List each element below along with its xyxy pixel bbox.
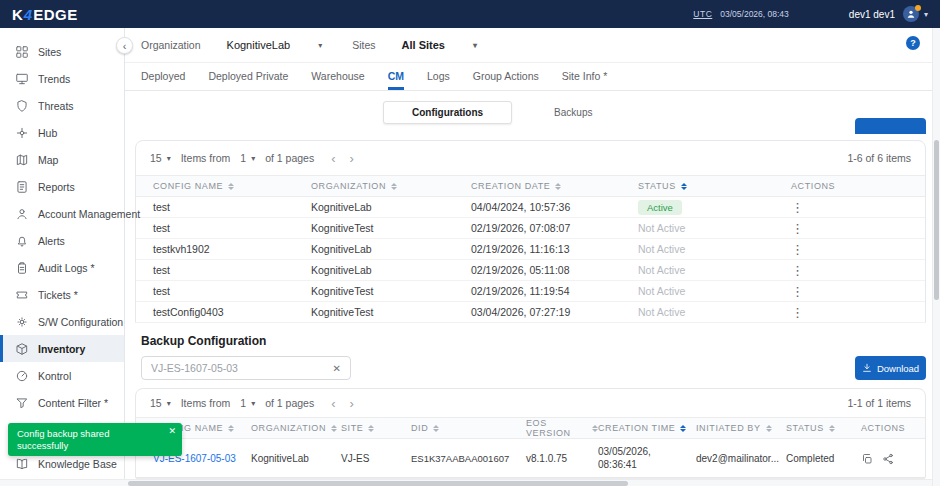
page-value: 1 <box>240 152 246 164</box>
logo-edge: EDGE <box>33 6 78 23</box>
sidebar-label: Threats <box>38 100 74 112</box>
cell-actions: ⋮ <box>791 263 925 278</box>
cell-creation-date: 02/19/2026, 05:11:08 <box>471 264 638 276</box>
main-content: ‹ Organization KognitiveLab ▾ Sites All … <box>125 28 932 486</box>
user-avatar[interactable] <box>903 6 919 22</box>
kebab-menu-icon[interactable]: ⋮ <box>791 221 804 236</box>
copy-icon[interactable] <box>861 453 873 465</box>
sidebar-item-content-filter[interactable]: Content Filter * <box>0 389 124 416</box>
backup-search-input[interactable] <box>151 362 327 374</box>
sites-select[interactable]: All Sites ▾ <box>402 39 477 51</box>
sidebar-item-trends[interactable]: Trends <box>0 65 124 92</box>
table-row[interactable]: test KognitiveTest 02/19/2026, 07:08:07 … <box>136 218 925 239</box>
sort-icon <box>433 425 439 432</box>
sidebar-label: Knowledge Base <box>38 458 117 470</box>
sidebar-item-threats[interactable]: Threats <box>0 92 124 119</box>
kebab-menu-icon[interactable]: ⋮ <box>791 200 804 215</box>
next-page-icon[interactable]: › <box>350 396 354 411</box>
kebab-menu-icon[interactable]: ⋮ <box>791 284 804 299</box>
utc-label[interactable]: UTC <box>693 9 712 19</box>
column-header-creation-date[interactable]: CREATION DATE <box>471 181 638 191</box>
cell-creation-date: 04/04/2024, 10:57:36 <box>471 201 638 213</box>
map-icon <box>15 153 29 167</box>
kebab-menu-icon[interactable]: ⋮ <box>791 305 804 320</box>
tab-site-info[interactable]: Site Info * <box>562 70 608 90</box>
kebab-menu-icon[interactable]: ⋮ <box>791 242 804 257</box>
sidebar-item-tickets[interactable]: Tickets * <box>0 281 124 308</box>
sidebar-item-hub[interactable]: Hub <box>0 119 124 146</box>
sidebar-item-account-management[interactable]: Account Management <box>0 200 124 227</box>
cell-actions: ⋮ <box>791 200 925 215</box>
datetime-label: 03/05/2026, 08:43 <box>720 9 789 19</box>
clear-search-icon[interactable]: ✕ <box>333 363 341 374</box>
sidebar-item-sites[interactable]: Sites <box>0 38 124 65</box>
column-header-did[interactable]: DID <box>411 423 526 433</box>
column-header-organization[interactable]: ORGANIZATION <box>311 181 471 191</box>
prev-page-icon[interactable]: ‹ <box>331 151 335 166</box>
cell-site: VJ-ES <box>341 453 411 464</box>
column-header-initiated-by[interactable]: INITIATED BY <box>696 423 786 433</box>
table-row[interactable]: test KognitiveLab 04/04/2024, 10:57:36 A… <box>136 197 925 218</box>
column-header-config-name[interactable]: CONFIG NAME <box>136 181 311 191</box>
share-icon[interactable] <box>882 453 894 465</box>
tab-logs[interactable]: Logs <box>427 70 450 90</box>
table-row[interactable]: testkvh1902 KognitiveLab 02/19/2026, 11:… <box>136 239 925 260</box>
column-header-site[interactable]: SITE <box>341 423 411 433</box>
tab-warehouse[interactable]: Warehouse <box>311 70 364 90</box>
sidebar-item-audit-logs[interactable]: Audit Logs * <box>0 254 124 281</box>
page-select[interactable]: 1 ▾ <box>240 397 255 409</box>
kebab-menu-icon[interactable]: ⋮ <box>791 263 804 278</box>
column-header-actions: ACTIONS <box>791 181 925 191</box>
person-icon <box>906 9 916 19</box>
grid-icon <box>15 45 29 59</box>
gear-icon <box>15 315 29 329</box>
user-menu-chevron-down-icon[interactable]: ▾ <box>924 10 928 19</box>
page-select[interactable]: 1 ▾ <box>240 152 255 164</box>
cell-creation-date: 02/19/2026, 11:16:13 <box>471 243 638 255</box>
sidebar-label: Account Management <box>38 208 140 220</box>
table-row[interactable]: test KognitiveLab 02/19/2026, 05:11:08 N… <box>136 260 925 281</box>
sidebar-item-reports[interactable]: Reports <box>0 173 124 200</box>
table-row[interactable]: test KognitiveTest 02/19/2026, 11:19:54 … <box>136 281 925 302</box>
column-header-organization[interactable]: ORGANIZATION <box>251 423 341 433</box>
tab-group-actions[interactable]: Group Actions <box>473 70 539 90</box>
page-size-select[interactable]: 15 ▾ <box>150 397 171 409</box>
app-logo[interactable]: K4EDGE <box>12 6 78 23</box>
tab-deployed[interactable]: Deployed <box>141 70 185 90</box>
collapse-sidebar-button[interactable]: ‹ <box>116 37 133 54</box>
cell-creation-date: 03/04/2026, 07:27:19 <box>471 306 638 318</box>
download-button[interactable]: Download <box>855 356 926 380</box>
horizontal-scrollbar-thumb[interactable] <box>128 481 628 486</box>
report-icon <box>15 180 29 194</box>
sidebar-item-map[interactable]: Map <box>0 146 124 173</box>
tab-deployed-private[interactable]: Deployed Private <box>208 70 288 90</box>
cell-config-name: test <box>136 222 311 234</box>
chevron-down-icon: ▾ <box>318 41 322 50</box>
pages-label: of 1 pages <box>265 152 314 164</box>
column-header-eos-version[interactable]: EOS VERSION <box>526 418 598 438</box>
help-icon[interactable]: ? <box>906 36 920 50</box>
column-header-creation-time[interactable]: CREATION TIME <box>598 423 696 433</box>
vertical-scrollbar-thumb[interactable] <box>934 140 939 300</box>
column-header-status[interactable]: STATUS <box>638 181 791 191</box>
sidebar-item-inventory[interactable]: Inventory <box>0 335 124 362</box>
primary-action-button[interactable] <box>855 118 926 134</box>
sidebar-item-sw-configuration[interactable]: S/W Configuration <box>0 308 124 335</box>
cell-organization: KognitiveLab <box>251 453 341 464</box>
chevron-down-icon: ▾ <box>251 154 255 163</box>
sidebar-item-alerts[interactable]: Alerts <box>0 227 124 254</box>
prev-page-icon[interactable]: ‹ <box>331 396 335 411</box>
page-size-select[interactable]: 15 ▾ <box>150 152 171 164</box>
next-page-icon[interactable]: › <box>350 151 354 166</box>
tab-cm[interactable]: CM <box>388 70 404 90</box>
subtab-backups[interactable]: Backups <box>554 107 592 118</box>
toast-close-icon[interactable]: ✕ <box>168 426 176 436</box>
table-row[interactable]: testConfig0403 KognitiveTest 03/04/2026,… <box>136 302 925 323</box>
sidebar-item-kontrol[interactable]: Kontrol <box>0 362 124 389</box>
organization-select[interactable]: KognitiveLab ▾ <box>227 39 323 51</box>
config-backup-toggle: Configurations Backups <box>383 101 592 124</box>
table-row[interactable]: VJ-ES-1607-05-03 KognitiveLab VJ-ES ES1K… <box>136 439 925 479</box>
column-header-status[interactable]: STATUS <box>786 423 861 433</box>
cell-actions: ⋮ <box>791 221 925 236</box>
subtab-configurations[interactable]: Configurations <box>383 101 512 124</box>
